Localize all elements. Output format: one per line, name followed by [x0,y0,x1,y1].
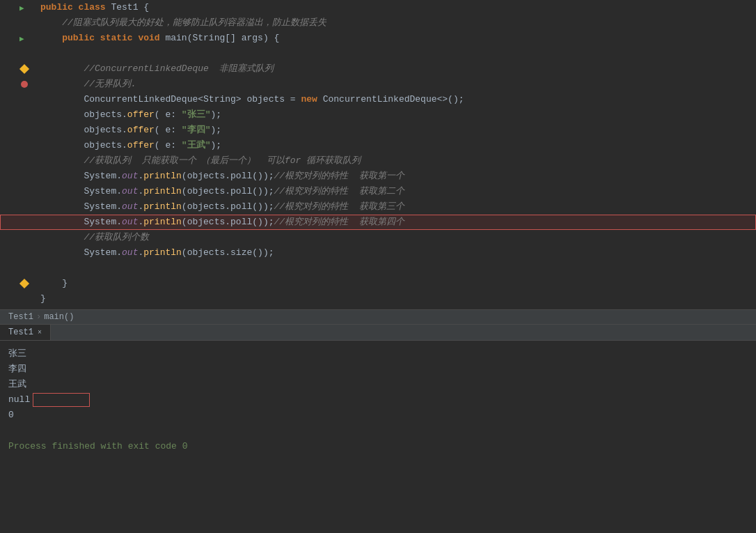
code-line-8: objects.offer( e: "张三"); [0,107,756,123]
process-finished-line: Process finished with exit code 0 [8,441,748,451]
gutter-19 [0,276,35,291]
gutter-1: ▶ [0,0,35,15]
gutter-15 [0,215,35,230]
gutter-9 [0,123,35,138]
editor-area: ▶ public class Test1 { //阻塞式队列最大的好处，能够防止… [0,0,756,309]
code-line-7: ConcurrentLinkedDeque<String> objects = … [0,92,756,107]
code-line-16: //获取队列个数 [0,230,756,245]
run-icon-3[interactable]: ▶ [19,34,28,43]
code-line-20: } [0,291,756,307]
code-content-3: public static void main(String[] args) { [35,31,756,46]
breakpoint-diamond-5 [19,64,29,74]
gutter-5 [0,61,35,77]
breadcrumb-separator: › [36,312,41,322]
code-content-5: //ConcurrentLinkedDeque 非阻塞式队列 [35,61,756,77]
output-tab-test1[interactable]: Test1 × [0,325,51,340]
run-icon-1[interactable]: ▶ [19,3,28,12]
code-line-4 [0,46,756,61]
output-content: 张三 李四 王武 null 0 Process finished with ex… [0,341,756,533]
code-content-10: objects.offer( e: "王武"); [35,138,756,153]
code-line-15: System.out.println(objects.poll());//根究对… [0,215,756,230]
code-line-11: //获取队列 只能获取一个 （最后一个） 可以for 循环获取队列 [0,153,756,169]
gutter-10 [0,138,35,153]
breakpoint-diamond-19 [19,279,29,288]
gutter-13 [0,184,35,199]
gutter-2 [0,15,35,31]
breadcrumb-method[interactable]: main() [44,312,74,322]
code-content-17: System.out.println(objects.size()); [35,245,756,261]
code-line-17: System.out.println(objects.size()); [0,245,756,261]
code-line-3: ▶ public static void main(String[] args)… [0,31,756,46]
output-line-wangwu: 王武 [8,377,748,392]
gutter-20 [0,291,35,307]
code-line-10: objects.offer( e: "王武"); [0,138,756,153]
output-line-null: null [8,392,748,408]
code-content-2: //阻塞式队列最大的好处，能够防止队列容器溢出，防止数据丢失 [35,15,756,31]
code-content-9: objects.offer( e: "李四"); [35,123,756,138]
output-line-zero: 0 [8,408,748,423]
code-line-6: //无界队列. [0,77,756,92]
code-content-16: //获取队列个数 [35,230,756,245]
gutter-8 [0,107,35,123]
code-line-5: //ConcurrentLinkedDeque 非阻塞式队列 [0,61,756,77]
code-line-18 [0,261,756,276]
code-line-1: ▶ public class Test1 { [0,0,756,15]
gutter-3: ▶ [0,31,35,46]
code-content-14: System.out.println(objects.poll());//根究对… [35,199,756,215]
code-line-2: //阻塞式队列最大的好处，能够防止队列容器溢出，防止数据丢失 [0,15,756,31]
output-line-zhangsan: 张三 [8,346,748,362]
code-content-13: System.out.println(objects.poll());//根究对… [35,184,756,199]
code-line-13: System.out.println(objects.poll());//根究对… [0,184,756,199]
null-highlight-box [33,393,90,407]
gutter-14 [0,199,35,215]
gutter-6 [0,77,35,92]
code-content-8: objects.offer( e: "张三"); [35,107,756,123]
code-content-4 [35,46,756,61]
tab-close-icon[interactable]: × [38,329,42,337]
breakpoint-circle-6 [21,81,28,88]
gutter-12 [0,169,35,184]
output-line-lisi: 李四 [8,362,748,377]
code-content-11: //获取队列 只能获取一个 （最后一个） 可以for 循环获取队列 [35,153,756,169]
code-content-7: ConcurrentLinkedDeque<String> objects = … [35,92,756,107]
breadcrumb-bar: Test1 › main() [0,309,756,324]
gutter-16 [0,230,35,245]
code-line-19: } [0,276,756,291]
code-content-20: } [35,291,756,307]
output-line-blank [8,423,748,438]
gutter-17 [0,245,35,261]
code-content-6: //无界队列. [35,77,756,92]
null-text: null [8,392,30,408]
gutter-11 [0,153,35,169]
code-content-18 [35,261,756,276]
code-line-9: objects.offer( e: "李四"); [0,123,756,138]
code-content-15: System.out.println(objects.poll());//根究对… [35,215,756,230]
output-tab-label: Test1 [8,327,33,337]
code-line-14: System.out.println(objects.poll());//根究对… [0,199,756,215]
gutter-7 [0,92,35,107]
code-content-19: } [35,276,756,291]
code-line-12: System.out.println(objects.poll());//根究对… [0,169,756,184]
output-panel: Test1 × 张三 李四 王武 null 0 Process finished… [0,324,756,533]
output-tabs: Test1 × [0,325,756,341]
gutter-4 [0,46,35,61]
code-container: ▶ public class Test1 { //阻塞式队列最大的好处，能够防止… [0,0,756,307]
code-content-12: System.out.println(objects.poll());//根究对… [35,169,756,184]
code-content-1: public class Test1 { [35,0,756,15]
breadcrumb-class[interactable]: Test1 [8,312,33,322]
gutter-18 [0,261,35,276]
